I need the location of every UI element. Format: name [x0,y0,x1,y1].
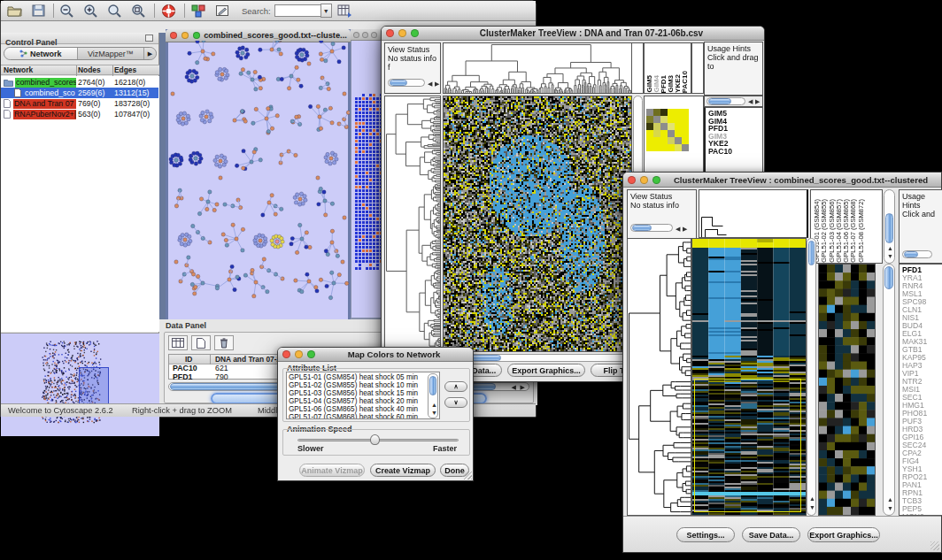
close-icon[interactable] [170,32,177,39]
column-dendrogram-area[interactable] [699,189,808,238]
export-graphics-button[interactable]: Export Graphics... [807,527,880,542]
column-label[interactable]: GPL51-08 (GSM872) [858,199,865,263]
treeview1-title-bar[interactable]: ClusterMaker TreeView : DNA and Tran 07-… [382,27,764,41]
view-status-panel: View Status No status info ◀ ▶ [627,189,697,239]
view-status-scrollbar[interactable] [630,224,673,232]
column-dendrogram[interactable] [443,42,632,94]
save-session-button[interactable] [27,2,49,19]
close-icon[interactable] [353,32,359,38]
animate-vizmap-button[interactable]: Animate Vizmap [299,464,365,477]
attribute-listbox[interactable]: GPL51-01 (GSM854) heat shock 05 minGPL51… [286,372,440,419]
network-canvas[interactable] [167,41,350,315]
minimize-icon[interactable] [295,350,303,358]
zoom-window-icon[interactable] [652,176,660,184]
usage-hints-title: Usage Hints [900,190,942,210]
document-icon [4,110,11,119]
faster-label: Faster [433,444,457,453]
close-icon[interactable] [628,176,636,184]
row-labels-panel: PFD1YRA1RNR4MSL1SPC98CLN1NIS1BUD4ELG1MAK… [899,264,942,516]
view-status-info: No status info [628,201,696,210]
float-panel-icon[interactable] [145,35,153,42]
delete-attribute-trash-icon[interactable] [214,335,234,350]
detail-heatmap[interactable] [818,264,876,516]
dialog-title-bar[interactable]: Map Colors to Network [278,348,473,362]
tab-network-label: Network [30,50,62,58]
zoom-selected-icon[interactable] [104,2,126,19]
row-dendrogram[interactable] [384,96,441,352]
col-edges[interactable]: Edges [114,65,136,74]
close-icon[interactable] [282,350,290,358]
tab-vizmapper[interactable]: VizMapper™ [78,48,144,59]
attribute-item[interactable]: GPL51-03 (GSM856) heat shock 15 min [289,389,429,397]
view-status-title: View Status [385,43,440,54]
attribute-item[interactable]: GPL51-02 (GSM855) heat shock 10 min [289,381,429,389]
resize-grip-icon[interactable] [930,541,939,550]
heatmap-view[interactable] [691,238,807,516]
create-vizmap-button[interactable]: Create Vizmap [370,464,436,477]
zoom-window-icon[interactable] [411,29,419,37]
minimize-icon[interactable] [181,32,189,39]
folder-icon [4,79,13,87]
annotation-icon[interactable] [212,2,233,19]
move-down-button[interactable]: ∨ [444,397,467,408]
zoom-in-icon[interactable] [81,2,102,19]
column-label[interactable]: PAC10 [682,71,689,93]
zoom-window-icon[interactable] [371,32,377,38]
tab-network[interactable]: Network [4,48,78,59]
attribute-list-scrollbar[interactable]: ▲ ▼ [428,373,438,418]
treeview2-title-bar[interactable]: ClusterMaker TreeView : combined_scores_… [623,173,941,188]
minimize-icon[interactable] [640,176,648,184]
network-row-dna-tran[interactable]: DNA and Tran 07 769(0) 183728(0) [1,98,158,109]
new-attribute-icon[interactable] [191,335,211,350]
col-nodes[interactable]: Nodes [78,65,101,74]
modify-network-icon[interactable] [188,2,209,19]
zoom-window-icon[interactable] [193,32,200,39]
settings-button[interactable]: Settings... [676,527,735,542]
col-network[interactable]: Network [4,65,33,74]
matrix-column-labels-panel: GIM5GIM4PFD1GIM3YKE2PAC10 [644,42,691,94]
network-row-combined-sco-selected[interactable]: combined_sco 2569(6) 13112(15) [1,88,158,98]
export-graphics-button[interactable]: Export Graphics... [507,364,585,377]
gene-label[interactable]: MON2 [902,513,942,515]
resize-grip-icon[interactable] [464,472,472,479]
usage-hints-scrollbar[interactable] [902,250,932,258]
attribute-item[interactable]: GPL51-07 (GSM868) heat shock 60 min [289,413,429,419]
attribute-select-icon[interactable] [168,335,188,350]
attribute-table-icon[interactable] [335,2,356,19]
zoom-window-icon[interactable] [307,350,315,358]
attribute-item[interactable]: GPL51-04 (GSM857) heat shock 20 min [289,397,429,405]
zoom-out-icon[interactable] [57,2,78,19]
save-data-button[interactable]: Save Data... [742,527,800,542]
attribute-item[interactable]: GPL51-01 (GSM854) heat shock 05 min [289,373,429,381]
view-status-title: View Status [628,190,696,201]
data-col-id[interactable]: ID [185,355,192,364]
heatmap-vscrollbar[interactable]: ▲ ▼ [807,238,816,516]
row-dendrogram[interactable] [627,238,691,516]
birdseye-view[interactable] [1,333,159,436]
move-up-button[interactable]: ∧ [444,381,467,392]
heatmap-view[interactable] [443,96,632,352]
birdseye-viewport-rect[interactable] [79,367,109,406]
similarity-matrix[interactable] [646,109,689,151]
usage-hints-scrollbar[interactable] [706,97,745,105]
document-icon [4,99,11,108]
attribute-item[interactable]: GPL51-06 (GSM865) heat shock 40 min [289,405,429,413]
detail-vscrollbar[interactable]: ▲ ▼ [883,264,895,516]
tab-overflow-button[interactable]: ▶ [144,48,156,59]
network-window[interactable]: combined_scores_good.txt--cluste... [166,29,351,326]
slider-thumb[interactable] [370,434,380,445]
view-status-scrollbar[interactable] [388,79,425,87]
open-session-button[interactable] [4,2,25,19]
help-lifering-icon[interactable] [158,2,179,19]
minimize-icon[interactable] [362,32,368,38]
close-icon[interactable] [386,29,394,37]
minimize-icon[interactable] [398,29,406,37]
network-row-rnapuber[interactable]: RNAPuberNov2+| 563(0) 107847(0) [1,109,158,119]
column-labels-scrollbar[interactable]: ▲ ▼ [884,189,895,264]
usage-hints-scroll-strip: ◀ ▶ [704,96,763,107]
zoom-fit-icon[interactable] [128,2,150,19]
network-row-combined-scores[interactable]: combined_scores 2764(0) 16218(0) [1,77,158,88]
search-dropdown-icon[interactable]: ▼ [320,4,332,18]
row-label[interactable]: PAC10 [708,148,761,156]
search-input[interactable] [274,4,320,17]
